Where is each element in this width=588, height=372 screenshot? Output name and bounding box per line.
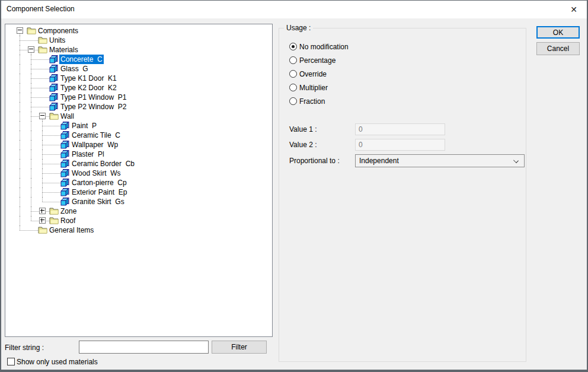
tree-item[interactable]: Materials bbox=[5, 45, 272, 55]
tree-item[interactable]: Type P2 Window P2 bbox=[5, 102, 272, 112]
tree-item[interactable]: Exterior Paint Ep bbox=[5, 187, 272, 197]
tree-guide-line bbox=[31, 59, 49, 60]
tree-item-label: Ceramic Border Cb bbox=[71, 159, 136, 168]
show-only-used-materials-label: Show only used materials bbox=[17, 357, 98, 367]
tree-expand-icon[interactable] bbox=[39, 217, 46, 224]
tree-guide-line bbox=[20, 74, 20, 83]
tree-guide-line bbox=[20, 55, 20, 64]
usage-groupbox: Usage : No modificationPercentageOverrid… bbox=[279, 28, 526, 362]
radio-icon[interactable] bbox=[289, 56, 297, 64]
tree-guide-line bbox=[31, 168, 31, 178]
tree-item[interactable]: Roof bbox=[5, 216, 272, 225]
tree-guide-line bbox=[42, 173, 60, 174]
folder-icon bbox=[38, 46, 47, 54]
tree-guide-line bbox=[31, 97, 49, 98]
tree-item[interactable]: Type P1 Window P1 bbox=[5, 93, 272, 102]
tree-item-label: Wallpaper Wp bbox=[71, 140, 119, 150]
tree-collapse-icon[interactable] bbox=[39, 113, 46, 119]
usage-group-label: Usage : bbox=[284, 24, 313, 32]
tree-guide-line bbox=[31, 131, 31, 140]
cube-icon bbox=[49, 74, 59, 82]
component-selection-dialog: Component Selection ✕ ComponentsUnitsMat… bbox=[0, 0, 588, 372]
tree-item-label: Ceramic Tile C bbox=[71, 131, 122, 140]
component-tree[interactable]: ComponentsUnitsMaterialsConcerete CGlass… bbox=[5, 24, 273, 337]
tree-item[interactable]: Concerete C bbox=[5, 55, 272, 64]
radio-icon[interactable] bbox=[289, 84, 297, 91]
tree-guide-line bbox=[42, 192, 60, 193]
tree-guide-line bbox=[42, 145, 43, 150]
radio-label: No modification bbox=[299, 43, 349, 51]
tree-item[interactable]: Zone bbox=[5, 206, 272, 216]
cube-icon bbox=[60, 141, 70, 149]
tree-guide-line bbox=[31, 150, 31, 159]
tree-guide-line bbox=[20, 187, 20, 197]
tree-collapse-icon[interactable] bbox=[28, 46, 34, 53]
tree-expand-icon[interactable] bbox=[39, 208, 46, 214]
tree-item[interactable]: Components bbox=[5, 26, 272, 36]
tree-guide-line bbox=[42, 202, 60, 202]
tree-item[interactable]: Wallpaper Wp bbox=[5, 140, 272, 150]
tree-item[interactable]: Plaster Pl bbox=[5, 150, 272, 159]
radio-label: Multiplier bbox=[299, 84, 328, 92]
cube-icon bbox=[60, 150, 70, 158]
tree-guide-line bbox=[42, 135, 60, 136]
tree-guide-line bbox=[31, 107, 49, 107]
tree-guide-line bbox=[20, 36, 20, 40]
tree-guide-line bbox=[42, 131, 43, 135]
tree-item[interactable]: Paint P bbox=[5, 121, 272, 131]
cube-icon bbox=[60, 198, 70, 206]
tree-collapse-icon[interactable] bbox=[17, 27, 23, 34]
filter-button[interactable]: Filter bbox=[212, 341, 267, 354]
show-only-used-materials-checkbox[interactable] bbox=[7, 358, 15, 365]
tree-guide-line bbox=[31, 197, 31, 206]
tree-item[interactable]: Wall bbox=[5, 112, 272, 121]
tree-item-label: Wood Skirt Ws bbox=[71, 168, 122, 178]
tree-guide-line bbox=[31, 83, 31, 88]
value1-input[interactable] bbox=[355, 123, 445, 135]
tree-item[interactable]: Granite Skirt Gs bbox=[5, 197, 272, 206]
tree-item-label: Glass G bbox=[59, 64, 90, 74]
radio-icon[interactable] bbox=[289, 97, 297, 105]
tree-item[interactable]: Wood Skirt Ws bbox=[5, 168, 272, 178]
cancel-button[interactable]: Cancel bbox=[536, 42, 580, 55]
tree-item-label: Paint P bbox=[71, 121, 98, 131]
folder-icon bbox=[49, 207, 59, 215]
tree-guide-line bbox=[20, 112, 20, 121]
tree-guide-line bbox=[31, 78, 49, 79]
cube-icon bbox=[60, 188, 70, 196]
tree-guide-line bbox=[31, 121, 31, 131]
tree-item[interactable]: Ceramic Tile C bbox=[5, 131, 272, 140]
close-icon[interactable]: ✕ bbox=[564, 2, 583, 17]
cube-icon bbox=[49, 55, 59, 63]
tree-guide-line bbox=[20, 50, 20, 55]
tree-guide-line bbox=[42, 164, 60, 164]
tree-guide-line bbox=[20, 121, 20, 131]
tree-guide-line bbox=[31, 140, 31, 150]
tree-item[interactable]: Type K2 Door K2 bbox=[5, 83, 272, 93]
radio-icon[interactable] bbox=[289, 43, 297, 50]
tree-item-label: Zone bbox=[59, 206, 78, 216]
cube-icon bbox=[60, 160, 70, 168]
tree-guide-line bbox=[31, 93, 31, 97]
cube-icon bbox=[60, 122, 70, 130]
tree-guide-line bbox=[42, 183, 43, 187]
tree-item[interactable]: Ceramic Border Cb bbox=[5, 159, 272, 168]
tree-item[interactable]: Glass G bbox=[5, 64, 272, 74]
tree-guide-line bbox=[31, 159, 31, 168]
value2-input[interactable] bbox=[355, 139, 445, 151]
radio-icon[interactable] bbox=[289, 70, 297, 78]
proportional-to-select[interactable]: Independent bbox=[355, 154, 525, 167]
folder-icon bbox=[49, 112, 59, 120]
tree-guide-line bbox=[42, 173, 43, 178]
filter-input[interactable] bbox=[79, 341, 209, 354]
tree-item-label: Units bbox=[48, 36, 66, 45]
tree-item-label: Granite Skirt Gs bbox=[71, 197, 126, 206]
tree-guide-line bbox=[31, 69, 49, 69]
tree-item[interactable]: Carton-pierre Cp bbox=[5, 178, 272, 187]
tree-guide-line bbox=[20, 159, 20, 168]
tree-item[interactable]: Type K1 Door K1 bbox=[5, 74, 272, 83]
tree-item[interactable]: Units bbox=[5, 36, 272, 45]
ok-button[interactable]: OK bbox=[536, 26, 580, 39]
tree-item[interactable]: General Items bbox=[5, 225, 272, 235]
cube-icon bbox=[49, 65, 59, 73]
